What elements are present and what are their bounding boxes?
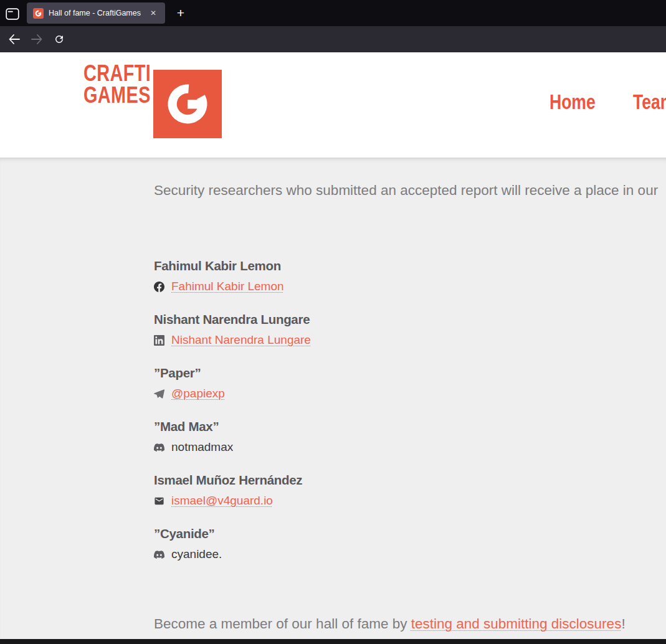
browser-tab[interactable]: Hall of fame - CraftiGames ✕ [27,2,165,24]
reload-button[interactable] [50,31,69,48]
tab-close-icon[interactable]: ✕ [148,7,159,19]
hall-of-fame-entry: ”Mad Max” notmadmax [154,420,311,455]
reload-icon [54,34,65,45]
firefox-view-icon [6,8,19,20]
window-bottom-edge [0,639,666,644]
researcher-contact-row: Nishant Narendra Lungare [154,333,311,348]
cta-text: Become a member of our hall of fame by t… [154,616,626,632]
hall-of-fame-entry: ”Cyanide” cyanidee. [154,527,311,562]
logo-wordmark: CRAFTI GAMES [83,62,151,106]
cta-disclosures-link[interactable]: testing and submitting disclosures [411,616,622,632]
craftigames-logo[interactable] [153,70,222,138]
cta-suffix: ! [621,616,625,632]
researcher-name: ”Mad Max” [154,420,311,433]
researcher-name: Nishant Narendra Lungare [154,313,311,326]
firefox-view-button[interactable] [4,6,21,21]
back-button[interactable] [5,31,24,48]
browser-tab-bar: Hall of fame - CraftiGames ✕ + [0,0,666,26]
researcher-name: ”Paper” [154,366,311,380]
nav-link-home[interactable]: Home [549,91,596,112]
hall-of-fame-entry: Fahimul Kabir Lemon Fahimul Kabir Lemon [154,259,311,294]
new-tab-button[interactable]: + [172,4,189,22]
telegram-icon [154,389,164,399]
craftigames-favicon [33,8,44,19]
forward-arrow-icon [31,34,43,45]
researcher-handle-text: cyanidee. [171,547,222,561]
researcher-contact-row: notmadmax [154,440,311,455]
discord-icon [154,442,164,453]
browser-toolbar: craftigames.net/security/hall-of-fame [0,26,666,52]
discord-icon [154,549,164,560]
tab-title: Hall of fame - CraftiGames [49,9,143,17]
researcher-handle-link[interactable]: Fahimul Kabir Lemon [171,280,284,293]
researcher-handle-text: notmadmax [171,440,233,454]
facebook-icon [154,282,164,292]
hall-of-fame-entry: Ismael Muñoz Hernández ismael@v4guard.io [154,473,311,508]
site-header: CRAFTI GAMES Home Team [0,52,666,158]
researcher-name: Ismael Muñoz Hernández [154,473,311,487]
researcher-name: Fahimul Kabir Lemon [154,259,311,273]
craftigames-logo-icon [153,70,222,138]
logo-line1: CRAFTI [83,62,151,84]
researcher-handle-link[interactable]: @papiexp [171,387,225,400]
researcher-contact-row: @papiexp [154,386,311,401]
intro-text: Security researchers who submitted an ac… [154,182,658,199]
hall-of-fame-entry: Nishant Narendra Lungare Nishant Narendr… [154,313,311,348]
nav-link-team[interactable]: Team [633,91,666,112]
researcher-handle-link[interactable]: Nishant Narendra Lungare [171,333,311,347]
researcher-handle-link[interactable]: ismael@v4guard.io [171,494,273,508]
hall-of-fame-entry: ”Paper” @papiexp [154,366,311,401]
researcher-contact-row: Fahimul Kabir Lemon [154,279,311,294]
logo-line2: GAMES [83,84,151,106]
researcher-contact-row: ismael@v4guard.io [154,493,311,508]
email-icon [154,496,164,506]
forward-button[interactable] [27,31,46,48]
page-content: Security researchers who submitted an ac… [0,158,666,639]
hall-of-fame-list: Fahimul Kabir Lemon Fahimul Kabir Lemon … [154,259,311,580]
researcher-contact-row: cyanidee. [154,547,311,562]
researcher-name: ”Cyanide” [154,527,311,541]
cta-prefix: Become a member of our hall of fame by [154,616,411,632]
linkedin-icon [154,335,164,346]
back-arrow-icon [8,34,21,45]
